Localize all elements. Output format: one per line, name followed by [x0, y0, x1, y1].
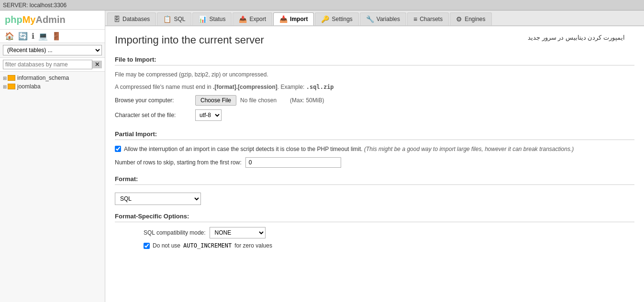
databases-tab-icon: 🗄 — [113, 15, 120, 23]
interrupt-checkbox[interactable] — [115, 146, 121, 152]
partial-import-title: Partial Import: — [115, 130, 634, 140]
interrupt-checkbox-row: Allow the interruption of an import in c… — [115, 145, 634, 153]
nav-tabs: 🗄 Databases 📋 SQL 📊 Status 📤 Export 📥 Im… — [105, 11, 644, 26]
auto-inc-label-post: for zero values — [234, 242, 272, 249]
title-row: Importing into the current server ایمپور… — [115, 34, 634, 48]
console-icon[interactable]: 💻 — [38, 32, 48, 41]
format-specific-title: Format-Specific Options: — [115, 213, 634, 222]
tab-charsets[interactable]: ≡ Charsets — [407, 12, 449, 25]
tab-variables-label: Variables — [377, 16, 400, 22]
sql-compat-select[interactable]: NONE ANSI DB2 MAXDB MYSQL323 MYSQL40 MSS… — [210, 227, 266, 238]
auto-inc-code: AUTO_INCREMENT — [183, 242, 232, 249]
tab-databases[interactable]: 🗄 Databases — [107, 12, 156, 25]
content-area: 🗄 Databases 📋 SQL 📊 Status 📤 Export 📥 Im… — [105, 11, 644, 302]
tab-engines[interactable]: ⚙ Engines — [450, 12, 491, 25]
db-item-joomlaba[interactable]: ⊞ joomlaba — [0, 82, 105, 91]
rtl-annotation: ایمپورت کردن دیتابیس در سرور جدید — [528, 34, 625, 41]
max-size-text: (Max: 50MiB) — [290, 97, 324, 104]
server-label: SERVER: localhost:3306 — [3, 2, 67, 9]
file-info-line2: A compressed file's name must end in .[f… — [115, 83, 634, 91]
partial-import-section: Partial Import: Allow the interruption o… — [115, 130, 634, 168]
exit-icon[interactable]: 🚪 — [52, 32, 61, 41]
expand-icon: ⊞ — [3, 76, 7, 81]
skip-row: Number of rows to skip, starting from th… — [115, 157, 634, 168]
tab-charsets-label: Charsets — [420, 16, 443, 22]
browse-row: Browse your computer: Choose File No fil… — [115, 95, 634, 106]
format-select[interactable]: SQL CSV JSON XML — [115, 193, 201, 205]
tab-variables[interactable]: 🔧 Variables — [360, 12, 406, 25]
charset-label: Character set of the file: — [115, 112, 191, 119]
logo: phpMyAdmin — [5, 14, 66, 25]
sidebar-icon-bar: 🏠 🔄 ℹ 💻 🚪 — [0, 30, 105, 43]
reload-icon[interactable]: 🔄 — [18, 32, 28, 41]
info-icon[interactable]: ℹ — [32, 32, 34, 41]
tab-export[interactable]: 📤 Export — [233, 12, 272, 25]
db-name: information_schema — [17, 75, 69, 81]
skip-input[interactable] — [245, 157, 341, 168]
choose-file-button[interactable]: Choose File — [195, 95, 236, 106]
sql-compat-row: SQL compatibility mode: NONE ANSI DB2 MA… — [115, 227, 634, 238]
tab-settings[interactable]: 🔑 Settings — [315, 12, 358, 25]
charsets-tab-icon: ≡ — [413, 15, 417, 23]
filter-bar: ✕ — [0, 58, 105, 72]
skip-label: Number of rows to skip, starting from th… — [115, 159, 242, 166]
info-mid: . Example: — [278, 84, 306, 90]
expand-icon: ⊞ — [3, 84, 7, 89]
db-item-information-schema[interactable]: ⊞ information_schema — [0, 74, 105, 82]
recent-tables: (Recent tables) ... — [0, 43, 105, 58]
export-tab-icon: 📤 — [239, 15, 247, 23]
home-icon[interactable]: 🏠 — [5, 32, 14, 41]
info-pre: A compressed file's name must end in — [115, 84, 213, 90]
variables-tab-icon: 🔧 — [366, 15, 374, 23]
db-icon — [8, 84, 15, 89]
top-bar: SERVER: localhost:3306 — [0, 0, 644, 11]
format-specific-section: Format-Specific Options: SQL compatibili… — [115, 213, 634, 249]
interrupt-label: Allow the interruption of an import in c… — [124, 145, 574, 153]
format-title: Format: — [115, 175, 634, 185]
main-layout: phpMyAdmin 🏠 🔄 ℹ 💻 🚪 (Recent tables) ...… — [0, 11, 644, 302]
sql-compat-label: SQL compatibility mode: — [144, 229, 206, 236]
database-list: ⊞ information_schema ⊞ joomlaba — [0, 72, 105, 302]
status-tab-icon: 📊 — [199, 15, 207, 23]
auto-inc-checkbox[interactable] — [144, 243, 150, 249]
page-content: Importing into the current server ایمپور… — [105, 26, 644, 302]
logo-admin: Admin — [35, 14, 65, 25]
settings-tab-icon: 🔑 — [321, 15, 329, 23]
sql-tab-icon: 📋 — [163, 15, 171, 23]
engines-tab-icon: ⚙ — [456, 15, 462, 23]
tab-import-label: Import — [290, 16, 308, 22]
recent-tables-select[interactable]: (Recent tables) ... — [3, 45, 102, 55]
tab-status[interactable]: 📊 Status — [192, 12, 232, 25]
tab-export-label: Export — [249, 16, 266, 22]
auto-inc-label-pre: Do not use — [153, 242, 180, 249]
charset-select[interactable]: utf-8 — [195, 109, 222, 121]
sidebar: phpMyAdmin 🏠 🔄 ℹ 💻 🚪 (Recent tables) ...… — [0, 11, 105, 302]
db-name: joomlaba — [17, 83, 41, 90]
tab-databases-label: Databases — [122, 16, 150, 22]
format-section: Format: SQL CSV JSON XML — [115, 175, 634, 205]
info-bold: .[format].[compression] — [213, 84, 278, 90]
filter-clear-button[interactable]: ✕ — [92, 61, 102, 68]
import-tab-icon: 📥 — [279, 15, 288, 23]
charset-row: Character set of the file: utf-8 — [115, 109, 634, 121]
no-file-text: No file chosen — [240, 97, 277, 104]
auto-inc-row: Do not use AUTO_INCREMENT for zero value… — [115, 242, 634, 249]
logo-php: php — [5, 14, 22, 25]
browse-label: Browse your computer: — [115, 97, 191, 104]
tab-status-label: Status — [209, 16, 225, 22]
file-to-import-section: File to Import: File may be compressed (… — [115, 56, 634, 121]
tab-engines-label: Engines — [465, 16, 485, 22]
logo-my: My — [22, 14, 36, 25]
filter-input[interactable] — [3, 60, 92, 69]
sidebar-logo: phpMyAdmin — [0, 11, 105, 30]
file-info-line1: File may be compressed (gzip, bzip2, zip… — [115, 70, 634, 79]
file-to-import-title: File to Import: — [115, 56, 634, 65]
tab-sql[interactable]: 📋 SQL — [157, 12, 191, 25]
tab-import[interactable]: 📥 Import — [273, 12, 314, 25]
tab-settings-label: Settings — [332, 16, 352, 22]
info-code: .sql.zip — [306, 84, 334, 90]
db-icon — [8, 75, 15, 81]
tab-sql-label: SQL — [174, 16, 185, 22]
